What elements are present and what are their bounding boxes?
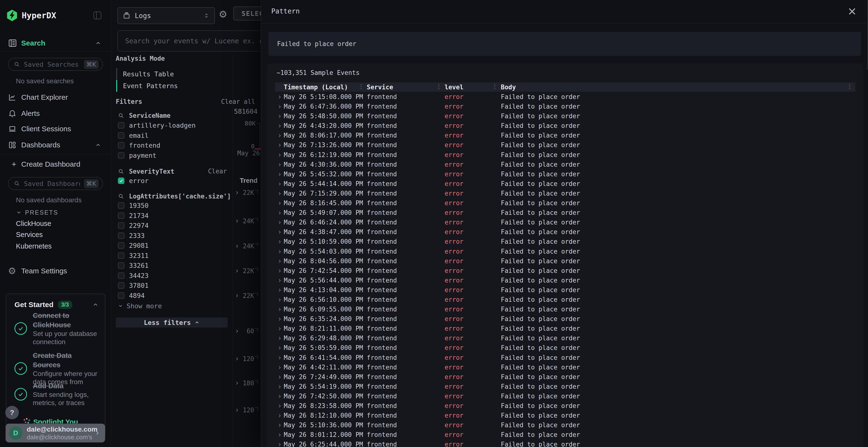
filter-option[interactable]: 2333	[111, 231, 233, 241]
scrollbar[interactable]	[867, 0, 868, 70]
preset-item-kubernetes[interactable]: Kubernetes	[0, 241, 111, 251]
source-settings-gear-icon[interactable]: ⚙	[219, 9, 227, 20]
expand-chevron-icon[interactable]	[277, 210, 282, 215]
get-started-step-sources[interactable]: Create Data Sources Configure where your…	[14, 351, 99, 386]
checkbox-unchecked[interactable]	[118, 132, 124, 139]
pattern-row-sliver[interactable]: 22K	[233, 189, 261, 197]
expand-chevron-icon[interactable]	[277, 133, 282, 138]
pattern-row-sliver[interactable]: 120	[233, 355, 261, 363]
checkbox-unchecked[interactable]	[118, 222, 124, 229]
expand-chevron-icon[interactable]	[277, 297, 282, 303]
saved-dashboards-input[interactable]: Saved Dashboards ⌘K	[8, 177, 103, 190]
preset-item-services[interactable]: Services	[0, 229, 111, 240]
column-handle-icon[interactable]	[361, 84, 362, 89]
filter-option[interactable]: 4894	[111, 291, 233, 301]
expand-chevron-icon[interactable]	[277, 230, 282, 235]
chevron-up-icon[interactable]	[92, 302, 99, 308]
event-row[interactable]: May 26 6:47:36.000 PM frontend error Fai…	[275, 102, 855, 111]
checkbox-unchecked[interactable]	[118, 272, 124, 279]
checkbox-unchecked[interactable]	[118, 212, 124, 219]
expand-chevron-icon[interactable]	[277, 143, 282, 148]
chevron-up-icon[interactable]	[95, 40, 101, 46]
expand-chevron-icon[interactable]	[277, 432, 282, 438]
event-search-input[interactable]: Search your events w/ Lucene ex. colu	[117, 30, 272, 51]
event-row[interactable]: May 26 7:24:49.000 PM frontend error Fai…	[275, 372, 855, 382]
filter-option[interactable]: 29081	[111, 241, 233, 251]
filter-option-error[interactable]: error	[111, 176, 233, 186]
event-row[interactable]: May 26 5:10:59.000 PM frontend error Fai…	[275, 237, 855, 246]
event-row[interactable]: May 26 5:05:59.000 PM frontend error Fai…	[275, 343, 855, 353]
event-row[interactable]: May 26 8:21:11.000 PM frontend error Fai…	[275, 324, 855, 333]
filter-option[interactable]: 32311	[111, 251, 233, 261]
close-icon[interactable]: ×	[845, 4, 859, 18]
clear-severity-link[interactable]: Clear	[208, 168, 227, 175]
pattern-row-sliver[interactable]: 60	[233, 328, 261, 335]
filter-option[interactable]: payment	[111, 150, 233, 161]
expand-chevron-icon[interactable]	[277, 181, 282, 187]
sidebar-item-dashboards[interactable]: Dashboards	[0, 139, 111, 151]
pattern-row-sliver[interactable]: 120	[233, 407, 261, 414]
expand-chevron-icon[interactable]	[277, 220, 282, 225]
event-row[interactable]: May 26 4:42:11.000 PM frontend error Fai…	[275, 363, 855, 372]
source-select[interactable]: Logs	[117, 7, 215, 24]
expand-chevron-icon[interactable]	[277, 316, 282, 322]
checkbox-unchecked[interactable]	[118, 262, 124, 269]
event-row[interactable]: May 26 8:01:12.000 PM frontend error Fai…	[275, 430, 855, 440]
checkbox-unchecked[interactable]	[118, 232, 124, 239]
col-level[interactable]: level	[444, 83, 463, 91]
event-row[interactable]: May 26 5:48:50.000 PM frontend error Fai…	[275, 111, 855, 121]
create-dashboard-button[interactable]: Create Dashboard	[0, 159, 111, 170]
column-handle-icon[interactable]	[849, 84, 850, 89]
saved-searches-input[interactable]: Saved Searches ⌘K	[8, 58, 103, 71]
event-row[interactable]: May 26 4:43:20.000 PM frontend error Fai…	[275, 121, 855, 131]
expand-chevron-icon[interactable]	[277, 326, 282, 332]
filter-option[interactable]: 19350	[111, 201, 233, 211]
checkbox-unchecked[interactable]	[118, 152, 124, 159]
event-row[interactable]: May 26 8:06:17.000 PM frontend error Fai…	[275, 131, 855, 140]
checkbox-unchecked[interactable]	[118, 293, 124, 299]
event-row[interactable]: May 26 5:54:03.000 PM frontend error Fai…	[275, 247, 855, 256]
expand-chevron-icon[interactable]	[277, 259, 282, 264]
sidebar-item-team-settings[interactable]: ⚙ Team Settings	[0, 265, 111, 277]
presets-header[interactable]: PRESETS	[0, 207, 111, 218]
expand-chevron-icon[interactable]	[277, 94, 282, 100]
mode-results-table[interactable]: Results Table	[116, 68, 217, 80]
checkbox-unchecked[interactable]	[118, 252, 124, 259]
expand-chevron-icon[interactable]	[277, 375, 282, 380]
sidebar-item-client-sessions[interactable]: Client Sessions	[0, 123, 111, 135]
col-timestamp[interactable]: Timestamp (Local)	[284, 83, 348, 91]
event-row[interactable]: May 26 8:12:10.000 PM frontend error Fai…	[275, 411, 855, 420]
event-row[interactable]: May 26 6:29:48.000 PM frontend error Fai…	[275, 333, 855, 343]
event-row[interactable]: May 26 7:42:54.000 PM frontend error Fai…	[275, 266, 855, 276]
sidebar-item-chart-explorer[interactable]: Chart Explorer	[0, 92, 111, 103]
get-started-step-add-data[interactable]: Add Data Start sending logs, metrics, or…	[14, 381, 99, 407]
event-row[interactable]: May 26 7:42:50.000 PM frontend error Fai…	[275, 391, 855, 401]
expand-chevron-icon[interactable]	[277, 345, 282, 351]
checkbox-unchecked[interactable]	[118, 202, 124, 209]
expand-chevron-icon[interactable]	[277, 123, 282, 129]
event-row[interactable]: May 26 4:13:04.000 PM frontend error Fai…	[275, 285, 855, 295]
event-row[interactable]: May 26 6:41:54.000 PM frontend error Fai…	[275, 353, 855, 363]
filter-option[interactable]: 21734	[111, 211, 233, 221]
event-row[interactable]: May 26 6:46:24.000 PM frontend error Fai…	[275, 217, 855, 227]
expand-chevron-icon[interactable]	[277, 104, 282, 109]
event-row[interactable]: May 26 6:09:55.000 PM frontend error Fai…	[275, 304, 855, 314]
col-body[interactable]: Body	[501, 83, 516, 91]
event-row[interactable]: May 26 6:56:10.000 PM frontend error Fai…	[275, 295, 855, 304]
get-started-step-connect[interactable]: Connect to ClickHouse Set up your databa…	[14, 311, 99, 346]
expand-chevron-icon[interactable]	[277, 114, 282, 119]
preset-item-clickhouse[interactable]: ClickHouse	[0, 218, 111, 229]
event-row[interactable]: May 26 8:04:56.000 PM frontend error Fai…	[275, 256, 855, 266]
checkbox-unchecked[interactable]	[118, 122, 124, 129]
pattern-row-sliver[interactable]: 24K	[233, 243, 261, 250]
column-handle-icon[interactable]	[438, 84, 439, 89]
less-filters-button[interactable]: Less filters	[116, 317, 227, 328]
pattern-row-sliver[interactable]: 22K	[233, 267, 261, 275]
expand-chevron-icon[interactable]	[277, 423, 282, 428]
get-started-step-partial[interactable]: Spotlight You	[23, 418, 78, 423]
sidebar-item-search[interactable]: Search	[0, 37, 111, 49]
checkbox-unchecked[interactable]	[118, 282, 124, 289]
expand-chevron-icon[interactable]	[277, 442, 282, 447]
checkbox-checked[interactable]	[118, 177, 124, 184]
expand-chevron-icon[interactable]	[277, 365, 282, 370]
